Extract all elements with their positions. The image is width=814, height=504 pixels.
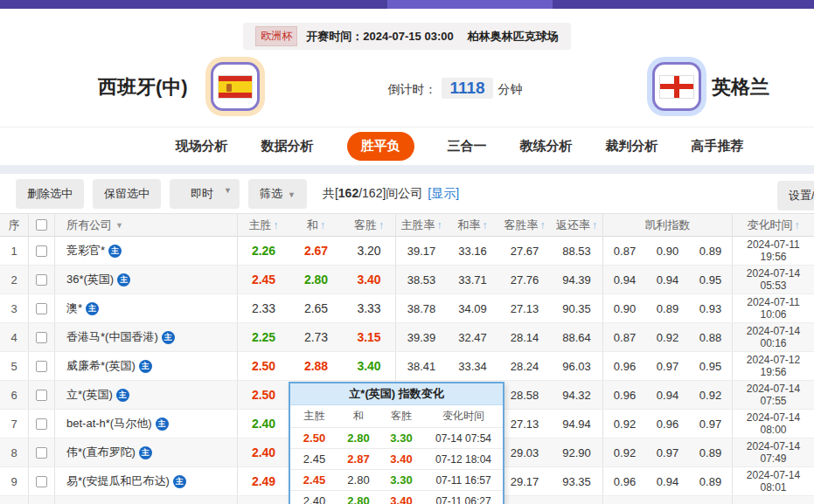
chevron-down-icon: ▼ xyxy=(115,221,123,230)
home-odds-cell[interactable]: 2.49 xyxy=(238,467,289,495)
header-主胜率[interactable]: 主胜率↑ xyxy=(396,214,447,236)
mode-dropdown[interactable]: 即时▼ xyxy=(170,179,240,209)
home-rate-cell: 38.53 xyxy=(396,266,447,293)
header-客胜率[interactable]: 客胜率↑ xyxy=(498,214,551,236)
company-name[interactable]: bet-at-h*(马尔他)主 xyxy=(55,410,238,438)
away-odds-cell[interactable]: 3.15 xyxy=(343,323,396,351)
home-odds-cell[interactable]: 2.40 xyxy=(238,438,289,466)
main-company-badge-icon: 主 xyxy=(117,273,130,287)
filter-dropdown[interactable]: 筛选▼ xyxy=(248,179,307,209)
row-checkbox[interactable] xyxy=(36,447,47,459)
home-odds-cell[interactable]: 2.50 xyxy=(238,352,289,380)
home-odds-cell[interactable]: 2.25 xyxy=(238,323,289,351)
popup-body: 主胜和客胜变化时间2.502.803.3007-14 07:542.452.87… xyxy=(290,405,503,504)
popup-row-2: 2.452.873.4007-12 18:04 xyxy=(290,448,503,469)
away-odds-cell[interactable]: 3.40 xyxy=(343,352,396,380)
header-返还率[interactable]: 返还率↑ xyxy=(551,214,603,236)
tab-1[interactable]: 现场分析 xyxy=(176,138,228,155)
popup-header-2: 和 xyxy=(338,405,379,427)
row-number: 7 xyxy=(0,410,29,438)
company-name[interactable]: 威廉希*(英国)主 xyxy=(55,352,238,380)
draw-odds-cell[interactable]: 2.65 xyxy=(289,294,343,322)
tab-4[interactable]: 三合一 xyxy=(448,138,487,155)
away-odds-cell[interactable]: 3.20 xyxy=(343,237,396,265)
header-和[interactable]: 和↑ xyxy=(289,214,343,236)
settings-button[interactable]: 设置/还原 xyxy=(777,181,814,211)
teams-header: 西班牙(中) 倒计时：1118分钟 英格兰 xyxy=(0,50,814,127)
kelly-1-cell: 0.87 xyxy=(603,323,646,351)
kelly-2-cell: 0.94 xyxy=(646,467,689,495)
kelly-1-cell: 0.92 xyxy=(603,496,646,504)
company-name[interactable]: 易*(安提瓜和巴布达)主 xyxy=(55,467,238,495)
company-name[interactable]: Interwet*(塞浦路斯)主 xyxy=(55,496,238,504)
main-company-badge-icon: 主 xyxy=(86,302,99,315)
show-link[interactable]: [显示] xyxy=(428,186,459,200)
match-info-row: 欧洲杯 开赛时间：2024-07-15 03:00 柏林奥林匹克球场 xyxy=(0,23,814,50)
draw-odds-cell[interactable]: 2.73 xyxy=(289,323,343,351)
row-checkbox[interactable] xyxy=(36,390,47,401)
select-all-checkbox[interactable] xyxy=(36,219,47,231)
company-name[interactable]: 竞彩官*主 xyxy=(55,237,238,265)
popup-odds-cell: 2.80 xyxy=(338,491,379,504)
popup-odds-cell: 2.45 xyxy=(290,470,338,490)
return-rate-cell: 96.01 xyxy=(551,496,603,504)
away-odds-cell[interactable]: 3.40 xyxy=(343,266,396,293)
header-和率[interactable]: 和率↑ xyxy=(447,214,498,236)
change-time-cell: 2024-07-1110:06 xyxy=(733,294,814,322)
away-rate-cell: 27.76 xyxy=(498,266,551,293)
tab-7[interactable]: 高手推荐 xyxy=(692,138,744,155)
away-odds-cell[interactable]: 3.33 xyxy=(343,294,396,322)
home-odds-cell[interactable]: 2.40 xyxy=(238,410,289,438)
company-name[interactable]: 36*(英国)主 xyxy=(55,266,238,293)
draw-odds-cell[interactable]: 2.67 xyxy=(289,237,343,265)
tab-5[interactable]: 教练分析 xyxy=(520,138,573,155)
home-odds-cell[interactable]: 2.40 xyxy=(238,496,289,504)
row-checkbox[interactable] xyxy=(36,361,47,372)
filter-label: 筛选 xyxy=(260,187,282,200)
kelly-3-cell: 0.89 xyxy=(689,438,733,466)
header-变化时间[interactable]: 变化时间↑ xyxy=(733,214,814,236)
away-team-name: 英格兰 xyxy=(712,74,769,100)
tab-2[interactable]: 数据分析 xyxy=(261,138,314,155)
row-number: 5 xyxy=(0,352,29,380)
row-checkbox[interactable] xyxy=(36,476,47,487)
checkbox-cell xyxy=(29,381,55,409)
row-number: 1 xyxy=(0,237,29,265)
company-name[interactable]: 伟*(直布罗陀)主 xyxy=(55,438,238,466)
main-company-badge-icon: 主 xyxy=(156,418,169,431)
row-checkbox[interactable] xyxy=(36,274,47,286)
company-name[interactable]: 澳*主 xyxy=(55,294,238,322)
keep-selected-button[interactable]: 保留选中 xyxy=(93,179,161,209)
home-odds-cell[interactable]: 2.33 xyxy=(238,294,289,322)
row-checkbox[interactable] xyxy=(36,245,47,257)
home-odds-cell[interactable]: 2.45 xyxy=(238,266,289,293)
popup-header-1: 主胜 xyxy=(290,405,338,427)
row-checkbox[interactable] xyxy=(36,303,47,314)
draw-odds-cell[interactable]: 2.88 xyxy=(289,352,343,380)
kelly-2-cell: 0.94 xyxy=(646,266,689,293)
table-row-1: 1竞彩官*主2.262.673.2039.1733.1627.6788.530.… xyxy=(0,237,814,266)
company-name[interactable]: 香港马*(中国香港)主 xyxy=(55,323,238,351)
header-checkbox[interactable] xyxy=(29,214,55,236)
home-odds-cell[interactable]: 2.26 xyxy=(238,237,289,265)
draw-odds-cell[interactable]: 2.80 xyxy=(289,266,343,293)
tab-3[interactable]: 胜平负 xyxy=(347,132,414,161)
popup-title: 立*(英国) 指数变化 xyxy=(290,383,503,405)
row-checkbox[interactable] xyxy=(36,418,47,430)
return-rate-cell: 92.90 xyxy=(551,438,603,466)
header-主胜[interactable]: 主胜↑ xyxy=(238,214,289,236)
header-客胜[interactable]: 客胜↑ xyxy=(343,214,396,236)
popup-odds-cell: 3.40 xyxy=(379,491,424,504)
main-company-badge-icon: 主 xyxy=(139,360,152,373)
row-checkbox[interactable] xyxy=(36,332,47,343)
return-rate-cell: 93.35 xyxy=(551,467,603,495)
checkbox-cell xyxy=(29,352,55,380)
company-name[interactable]: 立*(英国)主 xyxy=(55,381,238,409)
popup-odds-cell: 2.87 xyxy=(338,449,379,469)
popup-header-4: 变化时间 xyxy=(424,405,503,427)
popup-row-1: 2.502.803.3007-14 07:54 xyxy=(290,427,503,448)
kelly-3-cell: 0.88 xyxy=(689,323,733,351)
delete-selected-button[interactable]: 删除选中 xyxy=(16,179,84,209)
home-odds-cell[interactable]: 2.50 xyxy=(238,381,289,409)
tab-6[interactable]: 裁判分析 xyxy=(606,138,658,155)
